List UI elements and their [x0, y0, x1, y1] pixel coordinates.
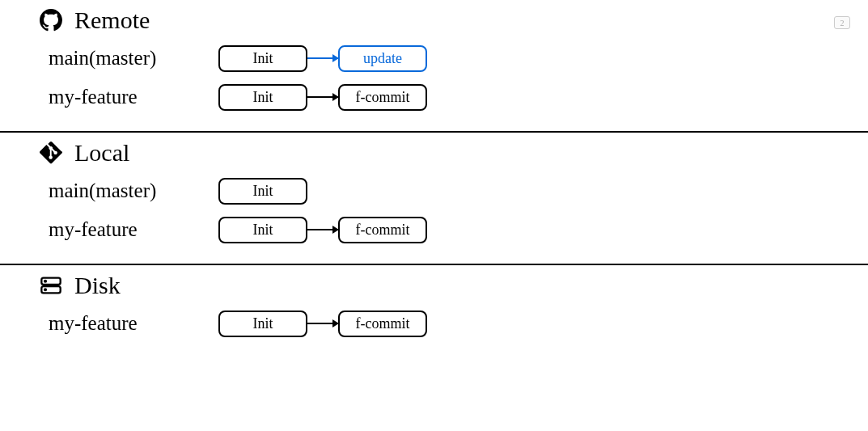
git-icon [39, 141, 63, 165]
section-header-local: Local [0, 139, 868, 167]
section-local: Local main(master) Init my-feature Init … [0, 133, 868, 264]
section-title-disk: Disk [74, 272, 121, 299]
section-remote: Remote main(master) Init update my-featu… [0, 0, 868, 131]
commit-chain: Init [218, 178, 307, 205]
branch-row: main(master) Init [0, 171, 868, 210]
branch-label: main(master) [49, 47, 218, 70]
arrow-icon [307, 229, 338, 230]
commit-box: Init [218, 45, 307, 72]
page-badge: 2 [834, 16, 850, 29]
branch-row: main(master) Init update [0, 39, 868, 78]
commit-box: f-commit [338, 84, 427, 111]
branch-label: main(master) [49, 180, 218, 202]
commit-box: Init [218, 178, 307, 205]
section-header-remote: Remote [0, 6, 868, 34]
commit-chain: Init update [218, 45, 427, 72]
commit-chain: Init f-commit [218, 217, 427, 243]
commit-box: Init [218, 84, 307, 111]
svg-point-3 [44, 289, 46, 290]
branch-label: my-feature [49, 218, 218, 241]
branch-label: my-feature [49, 86, 218, 108]
branch-row: my-feature Init f-commit [0, 304, 868, 343]
arrow-icon [307, 57, 338, 59]
arrow-icon [307, 323, 338, 324]
section-title-local: Local [74, 139, 129, 167]
commit-chain: Init f-commit [218, 311, 427, 337]
disk-icon [39, 273, 63, 298]
arrow-icon [307, 96, 338, 98]
commit-box: f-commit [338, 311, 427, 337]
section-header-disk: Disk [0, 272, 868, 299]
commit-box: Init [218, 217, 307, 243]
github-icon [39, 8, 63, 32]
section-title-remote: Remote [74, 6, 150, 34]
svg-point-2 [44, 281, 46, 282]
branch-row: my-feature Init f-commit [0, 78, 868, 116]
commit-box: Init [218, 311, 307, 337]
branch-label: my-feature [49, 312, 218, 335]
branch-row: my-feature Init f-commit [0, 210, 868, 249]
commit-chain: Init f-commit [218, 84, 427, 111]
commit-box: f-commit [338, 217, 427, 243]
commit-box: update [338, 45, 427, 72]
section-disk: Disk my-feature Init f-commit [0, 265, 868, 357]
